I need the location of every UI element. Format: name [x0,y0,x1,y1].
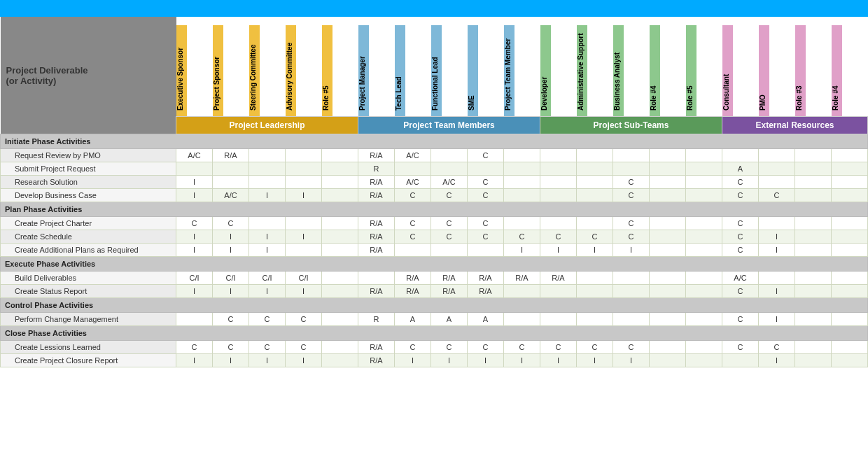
cell-value [795,162,832,176]
cell-value [613,285,650,298]
cell-value: I [213,230,249,244]
cell-value [176,313,213,326]
cell-value [650,313,686,326]
cell-value [322,176,358,189]
cell-value: C [395,217,431,230]
cell-value [795,230,832,244]
cell-value [613,313,650,326]
cell-value: I [504,354,540,367]
cell-value [795,285,832,298]
cell-value [395,244,431,257]
table-row: Develop Business CaseIA/CIIR/ACCCCCC [1,189,868,202]
cell-value: R/A [358,217,395,230]
cell-value: C [577,341,613,354]
cell-value: I [249,354,286,367]
cell-value: I [759,244,795,257]
row-label: Create Schedule [1,230,176,244]
cell-value [504,285,540,298]
cell-value: C [468,341,504,354]
cell-value [577,217,613,230]
cell-value: R/A [358,176,395,189]
table-row: Request Review by PMOA/CR/AR/AA/CC [1,149,868,162]
row-label: Create Project Charter [1,217,176,230]
row-label: Research Solution [1,176,176,189]
cell-value [650,244,686,257]
group-header-1: Project Team Members [358,117,540,134]
cell-value [795,149,832,162]
cell-value [322,189,358,202]
cell-value [686,354,722,367]
row-label: Perform Change Management [1,313,176,326]
cell-value: I [176,285,213,298]
cell-value [504,162,540,176]
cell-value: C [468,176,504,189]
cell-value [504,217,540,230]
cell-value [577,149,613,162]
cell-value [832,230,868,244]
cell-value [322,285,358,298]
cell-value [577,285,613,298]
cell-value [613,149,650,162]
row-label: Create Lessions Learned [1,341,176,354]
cell-value: I [286,230,322,244]
cell-value [431,149,468,162]
cell-value [759,149,795,162]
cell-value: C [213,313,249,326]
cell-value [832,149,868,162]
col-header-14: Role #5 [686,25,722,117]
row-label: Submit Project Request [1,162,176,176]
cell-value [249,176,286,189]
table-row: Create Project CharterCCR/ACCCCC [1,217,868,230]
row-label: Create Project Closure Report [1,354,176,367]
cell-value: R [358,162,395,176]
cell-value [722,354,759,367]
cell-value: R/A [540,272,577,285]
cell-value [322,354,358,367]
cell-value: I [213,244,249,257]
cell-value: R/A [395,272,431,285]
cell-value: A/C [213,189,249,202]
cell-value: I [759,230,795,244]
cell-value: R/A [358,149,395,162]
cell-value: A [468,313,504,326]
group-header-3: External Resources [722,117,868,134]
cell-value: C [176,217,213,230]
cell-value [286,244,322,257]
col-header-2: Steering Committee [249,25,286,117]
cell-value: R/A [213,149,249,162]
section-2: Execute Phase Activities [1,257,868,272]
cell-value: C [722,176,759,189]
cell-value [686,285,722,298]
cell-value: C [468,149,504,162]
cell-value: C [613,189,650,202]
cell-value [832,244,868,257]
cell-value [795,176,832,189]
cell-value [504,176,540,189]
cell-value [322,272,358,285]
col-header-17: Role #3 [795,25,832,117]
cell-value: C [722,313,759,326]
cell-value [795,354,832,367]
cell-value [832,272,868,285]
cell-value: I [176,230,213,244]
cell-value: C [249,313,286,326]
table-row: Create Additional Plans as RequiredIIIR/… [1,244,868,257]
cell-value [650,176,686,189]
table-row: Create Project Closure ReportIIIIR/AIIII… [1,354,868,367]
cell-value [832,176,868,189]
table-row: Create Status ReportIIIIR/AR/AR/AR/ACI [1,285,868,298]
cell-value: I [540,244,577,257]
cell-value [759,272,795,285]
cell-value: I [613,354,650,367]
cell-value [431,244,468,257]
table-row: Create Lessions LearnedCCCCR/ACCCCCCCCC [1,341,868,354]
cell-value [650,189,686,202]
role-label [176,17,868,25]
cell-value: C [759,341,795,354]
cell-value [613,272,650,285]
section-3: Control Phase Activities [1,298,868,313]
cell-value: C [213,341,249,354]
col-header-0: Executive Sponsor [176,25,213,117]
cell-value: A/C [722,272,759,285]
cell-value [540,162,577,176]
